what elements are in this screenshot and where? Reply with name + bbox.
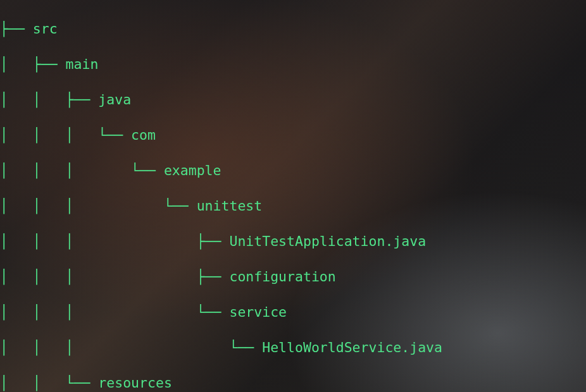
tree-node-name: service: [229, 304, 287, 320]
tree-line: │ │ ├── java: [0, 91, 586, 109]
tree-line: │ │ │ └── HelloWorldService.java: [0, 339, 586, 357]
tree-node-name: example: [164, 162, 221, 178]
tree-node-name: UnitTestApplication.java: [229, 233, 426, 249]
tree-node-name: java: [98, 92, 131, 107]
tree-node-name: resources: [98, 375, 172, 391]
tree-prefix: │ │ │ └──: [0, 198, 197, 214]
tree-line: │ │ │ └── com: [0, 126, 586, 144]
terminal-output: ├── src │ ├── main │ │ ├── java │ │ │ └─…: [0, 0, 586, 392]
tree-prefix: │ │ ├──: [0, 92, 98, 107]
tree-line: │ │ │ ├── UnitTestApplication.java: [0, 233, 586, 250]
tree-prefix: │ │ │ └──: [0, 162, 164, 178]
tree-prefix: │ │ └──: [0, 375, 98, 391]
tree-prefix: ├──: [0, 21, 33, 37]
tree-line: │ │ │ └── example: [0, 162, 586, 180]
tree-node-name: HelloWorldService.java: [262, 340, 442, 355]
tree-node-name: configuration: [229, 269, 335, 285]
tree-line: │ │ │ └── unittest: [0, 197, 586, 215]
tree-line: │ │ │ └── service: [0, 303, 586, 321]
tree-node-name: com: [131, 127, 156, 143]
tree-node-name: src: [33, 21, 58, 37]
tree-line: │ │ └── resources: [0, 374, 586, 392]
tree-prefix: │ │ │ ├──: [0, 269, 229, 285]
tree-node-name: unittest: [197, 198, 263, 214]
tree-line: │ ├── main: [0, 56, 586, 73]
tree-node-name: main: [66, 56, 99, 72]
tree-line: │ │ │ ├── configuration: [0, 268, 586, 286]
tree-prefix: │ │ │ └──: [0, 340, 262, 355]
tree-prefix: │ │ │ ├──: [0, 233, 229, 249]
tree-line: ├── src: [0, 20, 586, 38]
tree-prefix: │ │ │ └──: [0, 304, 229, 320]
tree-prefix: │ ├──: [0, 56, 66, 72]
tree-prefix: │ │ │ └──: [0, 127, 131, 143]
